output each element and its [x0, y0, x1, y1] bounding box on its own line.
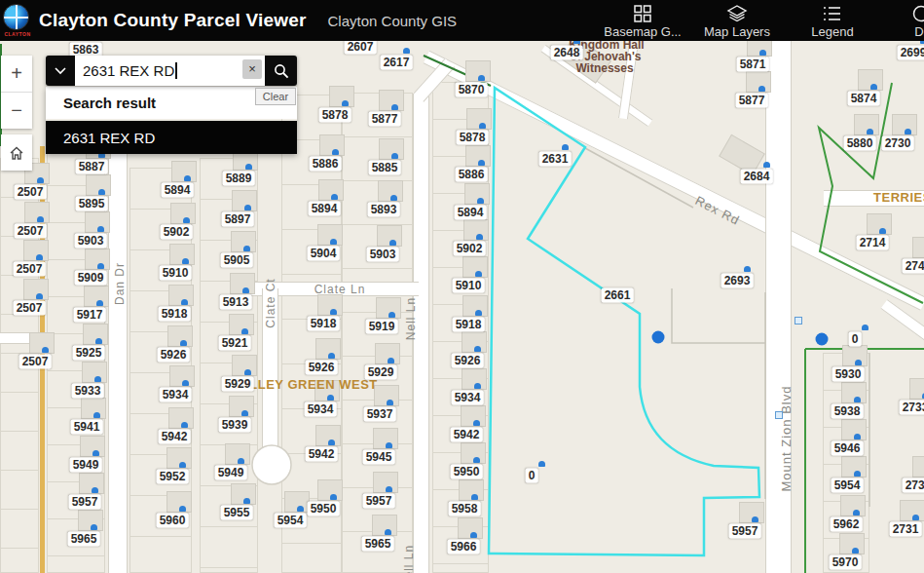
- parcel-label: 5942: [451, 428, 483, 442]
- parcel-label: 5913: [220, 295, 252, 310]
- parcel-label: 5957: [69, 495, 101, 510]
- water-meter-icon: [879, 228, 886, 234]
- parcel-label: 2631: [539, 152, 572, 167]
- nav-draw[interactable]: Dr: [868, 0, 924, 41]
- parcel-label: 5878: [319, 108, 351, 123]
- water-meter-icon: [475, 271, 482, 277]
- parcel-label: 5966: [448, 540, 480, 554]
- parcel-label: 5904: [308, 247, 340, 261]
- parcel-label: 2648: [551, 46, 583, 60]
- water-meter-icon: [386, 442, 392, 448]
- water-meter-icon: [331, 194, 338, 200]
- parcel-label: 5885: [369, 161, 401, 175]
- water-meter-icon: [473, 420, 480, 426]
- water-meter-icon: [912, 515, 919, 520]
- parcel-label: 5955: [221, 506, 253, 520]
- water-meter-icon: [854, 397, 861, 402]
- parcel-label: 2731: [890, 522, 922, 537]
- water-meter-icon: [870, 84, 877, 90]
- parcel-label: 5952: [157, 470, 189, 484]
- zoom-controls: + −: [1, 56, 32, 129]
- nav-map-layers[interactable]: Map Layers: [684, 0, 791, 41]
- water-meter-icon: [328, 439, 335, 445]
- water-meter-icon: [475, 310, 482, 316]
- water-meter-icon: [763, 162, 770, 168]
- water-meter-icon: [92, 450, 99, 456]
- water-meter-icon: [386, 486, 392, 492]
- water-meter-icon: [385, 529, 391, 535]
- parcel-label: 2684: [741, 170, 773, 184]
- water-meter-icon: [759, 50, 766, 56]
- clear-tooltip: Clear: [255, 88, 296, 105]
- water-meter-icon: [95, 338, 102, 344]
- parcel-label: 5894: [162, 183, 194, 198]
- water-meter-icon: [342, 100, 349, 106]
- poi-label: Witnesses: [575, 61, 633, 75]
- water-meter-icon: [867, 129, 873, 134]
- water-meter-icon: [92, 487, 98, 493]
- parcel-label: 5954: [275, 514, 307, 528]
- water-meter-icon: [37, 216, 44, 222]
- search-input[interactable]: 2631 REX RD ×: [75, 56, 265, 86]
- parcel-label: 2714: [857, 236, 889, 250]
- west-road-stub: [0, 332, 33, 344]
- catch-basin-icon: [775, 411, 783, 419]
- parcel-label: 5910: [453, 279, 485, 293]
- water-meter-icon: [181, 299, 188, 305]
- parcel-label: 5905: [221, 253, 253, 268]
- parcel-label: 5965: [362, 537, 394, 552]
- water-meter-icon: [243, 246, 250, 251]
- water-meter-icon: [96, 300, 103, 306]
- water-meter-icon: [474, 383, 481, 389]
- parcel-label: 5886: [456, 168, 488, 182]
- water-meter-icon: [387, 400, 393, 405]
- basemap-gallery-icon: [633, 4, 652, 23]
- parcel-label: 5945: [363, 450, 395, 465]
- parcel-label: 5942: [159, 430, 191, 444]
- parcel-label: 5934: [452, 391, 484, 405]
- water-meter-icon: [242, 287, 249, 293]
- water-meter-icon: [389, 240, 396, 246]
- parcel-label: 2693: [721, 274, 754, 288]
- street-label: Clate Ct: [264, 278, 277, 327]
- search-text: 2631 REX RD: [83, 62, 174, 79]
- search-button[interactable]: [265, 56, 297, 86]
- water-meter-icon: [327, 395, 334, 401]
- water-meter-icon: [477, 198, 484, 204]
- parcel-label: 5939: [219, 418, 251, 433]
- parcel-label: 2740: [903, 259, 924, 274]
- parcel-label: 5950: [308, 502, 340, 516]
- water-meter-icon: [241, 328, 248, 334]
- home-control: [1, 134, 32, 171]
- parcel-label: 5929: [222, 377, 254, 392]
- water-meter-icon: [184, 175, 191, 181]
- parcel-label: 5889: [223, 172, 255, 186]
- water-meter-icon: [241, 410, 248, 416]
- home-button[interactable]: [1, 134, 32, 171]
- zoom-out-button[interactable]: −: [1, 93, 32, 129]
- water-meter-icon: [244, 369, 251, 375]
- catch-basin-icon: [795, 317, 802, 325]
- parcel-label: 5958: [449, 502, 481, 516]
- water-meter-icon: [243, 498, 250, 504]
- parcel-label: 2507: [15, 185, 47, 200]
- clear-search-button[interactable]: ×: [242, 59, 262, 79]
- draw-icon: [911, 4, 924, 23]
- parcel-label: 5917: [74, 308, 106, 323]
- map-canvas[interactable]: 5863260726172648269958715877587458802730…: [0, 0, 924, 573]
- parcel-label: 5950: [451, 465, 483, 479]
- water-meter-icon: [562, 144, 569, 150]
- parcel-label: 5909: [75, 271, 107, 286]
- search-source-dropdown[interactable]: [46, 56, 75, 86]
- parcel-label: 5957: [729, 524, 761, 539]
- parcel-label: 5926: [452, 354, 484, 368]
- parcel-label: 5934: [160, 388, 192, 402]
- water-meter-icon: [94, 376, 101, 382]
- zoom-in-button[interactable]: +: [1, 56, 32, 92]
- nav-basemap-gallery[interactable]: Basemap G...: [589, 0, 696, 41]
- parcel-label: 2699: [898, 46, 924, 60]
- water-meter-icon: [758, 86, 765, 92]
- search-result-item[interactable]: 2631 REX RD: [46, 121, 297, 154]
- home-icon: [8, 144, 25, 162]
- parcel-label: 5954: [832, 478, 864, 493]
